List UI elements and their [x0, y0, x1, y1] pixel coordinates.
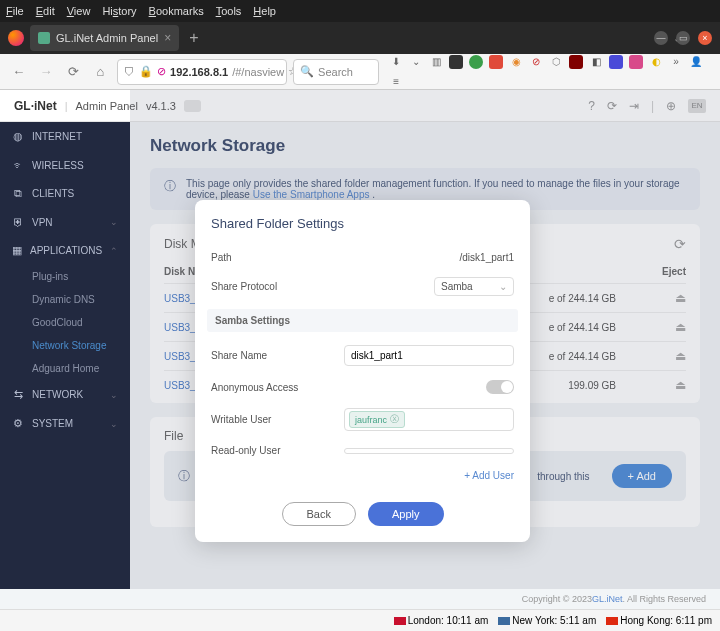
- chevron-down-icon: ⌄: [110, 419, 118, 429]
- sidebar-item-internet[interactable]: ◍INTERNET: [0, 122, 130, 151]
- menu-view[interactable]: View: [67, 5, 91, 17]
- browser-tabbar: GL.iNet Admin Panel × + ⌄ — ▭ ×: [0, 22, 720, 54]
- clock-newyork: New York: 5:11 am: [498, 615, 596, 626]
- ext-5-icon[interactable]: ⊘: [529, 55, 543, 69]
- url-host: 192.168.8.1: [170, 66, 228, 78]
- library-icon[interactable]: ▥: [429, 55, 443, 69]
- ext-8-icon[interactable]: ◧: [589, 55, 603, 69]
- anonymous-toggle[interactable]: [486, 380, 514, 394]
- forward-button[interactable]: →: [35, 61, 56, 83]
- warning-icon: ⊘: [157, 65, 166, 78]
- sidebar-label: SYSTEM: [32, 418, 73, 429]
- ext-10-icon[interactable]: [629, 55, 643, 69]
- sidebar-item-vpn[interactable]: ⛨VPN⌄: [0, 208, 130, 236]
- sidebar-item-wireless[interactable]: ᯤWIRELESS: [0, 151, 130, 179]
- firefox-icon: [8, 30, 24, 46]
- window-maximize-button[interactable]: ▭: [676, 31, 690, 45]
- tab-close-icon[interactable]: ×: [164, 31, 171, 45]
- menu-help[interactable]: Help: [253, 5, 276, 17]
- apply-button[interactable]: Apply: [368, 502, 444, 526]
- readonly-user-input[interactable]: [344, 448, 514, 454]
- remove-tag-icon[interactable]: ⓧ: [390, 413, 399, 426]
- chevron-down-icon: ⌄: [499, 281, 507, 292]
- shield-icon: ⛨: [12, 216, 24, 228]
- sidebar-label: CLIENTS: [32, 188, 74, 199]
- back-button[interactable]: Back: [282, 502, 356, 526]
- home-button[interactable]: ⌂: [90, 61, 111, 83]
- sidebar-label: APPLICATIONS: [30, 245, 102, 256]
- logo-divider: |: [65, 100, 68, 112]
- new-tab-button[interactable]: +: [185, 29, 202, 47]
- sidebar-item-system[interactable]: ⚙SYSTEM⌄: [0, 409, 130, 438]
- readonly-user-label: Read-only User: [211, 445, 331, 456]
- gear-icon: ⚙: [12, 417, 24, 430]
- pocket-icon[interactable]: ⌄: [409, 55, 423, 69]
- wifi-icon: ᯤ: [12, 159, 24, 171]
- panel-label: Admin Panel: [76, 100, 138, 112]
- shared-folder-modal: Shared Folder Settings Path/disk1_part1 …: [195, 200, 530, 542]
- browser-toolbar: ← → ⟳ ⌂ ⛉ 🔒 ⊘ 192.168.8.1/#/nasview ☆ 🔍 …: [0, 54, 720, 90]
- share-name-input[interactable]: [344, 345, 514, 366]
- sidebar-item-applications[interactable]: ▦APPLICATIONS⌃: [0, 236, 130, 265]
- globe-icon: ◍: [12, 130, 24, 143]
- sidebar-sub-plugins[interactable]: Plug-ins: [0, 265, 130, 288]
- back-button[interactable]: ←: [8, 61, 29, 83]
- copyright-footer: Copyright © 2023 GL.iNet. All Rights Res…: [0, 589, 720, 609]
- modal-title: Shared Folder Settings: [211, 216, 514, 231]
- shield-icon: ⛉: [124, 66, 135, 78]
- sidebar-label: WIRELESS: [32, 160, 84, 171]
- protocol-label: Share Protocol: [211, 281, 331, 292]
- chevron-down-icon: ⌄: [110, 390, 118, 400]
- window-close-button[interactable]: ×: [698, 31, 712, 45]
- sidebar-label: NETWORK: [32, 389, 83, 400]
- sidebar-label: VPN: [32, 217, 53, 228]
- clock-hongkong: Hong Kong: 6:11 pm: [606, 615, 712, 626]
- sidebar-sub-goodcloud[interactable]: GoodCloud: [0, 311, 130, 334]
- ext-11-icon[interactable]: ◐: [649, 55, 663, 69]
- os-statusbar: London: 10:11 am New York: 5:11 am Hong …: [0, 609, 720, 631]
- ext-4-icon[interactable]: ◉: [509, 55, 523, 69]
- sidebar-sub-adguard[interactable]: Adguard Home: [0, 357, 130, 380]
- ext-3-icon[interactable]: [489, 55, 503, 69]
- footer-link[interactable]: GL.iNet: [592, 594, 623, 604]
- chevron-up-icon: ⌃: [110, 246, 118, 256]
- user-tag[interactable]: jaufrancⓧ: [349, 411, 405, 428]
- menu-tools[interactable]: Tools: [216, 5, 242, 17]
- sidebar-sub-network-storage[interactable]: Network Storage: [0, 334, 130, 357]
- ext-9-icon[interactable]: [609, 55, 623, 69]
- sidebar-sub-ddns[interactable]: Dynamic DNS: [0, 288, 130, 311]
- search-bar[interactable]: 🔍 Search: [293, 59, 379, 85]
- writable-user-input[interactable]: jaufrancⓧ: [344, 408, 514, 431]
- reload-button[interactable]: ⟳: [63, 61, 84, 83]
- sidebar-item-clients[interactable]: ⧉CLIENTS: [0, 179, 130, 208]
- add-user-link[interactable]: + Add User: [464, 470, 514, 481]
- samba-section-heading: Samba Settings: [207, 309, 518, 332]
- path-label: Path: [211, 252, 331, 263]
- network-icon: ⇆: [12, 388, 24, 401]
- overflow-icon[interactable]: »: [669, 55, 683, 69]
- url-bar[interactable]: ⛉ 🔒 ⊘ 192.168.8.1/#/nasview ☆: [117, 59, 287, 85]
- tab-favicon-icon: [38, 32, 50, 44]
- account-icon[interactable]: 👤: [689, 55, 703, 69]
- window-minimize-button[interactable]: —: [654, 31, 668, 45]
- menu-bookmarks[interactable]: Bookmarks: [149, 5, 204, 17]
- ext-6-icon[interactable]: ⬡: [549, 55, 563, 69]
- download-icon[interactable]: ⬇: [389, 55, 403, 69]
- tab-title: GL.iNet Admin Panel: [56, 32, 158, 44]
- sidebar-item-network[interactable]: ⇆NETWORK⌄: [0, 380, 130, 409]
- app-menu-icon[interactable]: ≡: [389, 75, 403, 89]
- menu-edit[interactable]: Edit: [36, 5, 55, 17]
- ext-1-icon[interactable]: [449, 55, 463, 69]
- extension-icons: ⬇ ⌄ ▥ ◉ ⊘ ⬡ ◧ ◐ » 👤 ≡: [389, 55, 712, 89]
- clock-london: London: 10:11 am: [394, 615, 489, 626]
- devices-icon: ⧉: [12, 187, 24, 200]
- search-placeholder: Search: [318, 66, 353, 78]
- ext-2-icon[interactable]: [469, 55, 483, 69]
- protocol-select[interactable]: Samba⌄: [434, 277, 514, 296]
- search-icon: 🔍: [300, 65, 314, 78]
- menu-file[interactable]: File: [6, 5, 24, 17]
- writable-user-label: Writable User: [211, 414, 331, 425]
- browser-tab[interactable]: GL.iNet Admin Panel ×: [30, 25, 179, 51]
- ext-ublock-icon[interactable]: [569, 55, 583, 69]
- menu-history[interactable]: History: [102, 5, 136, 17]
